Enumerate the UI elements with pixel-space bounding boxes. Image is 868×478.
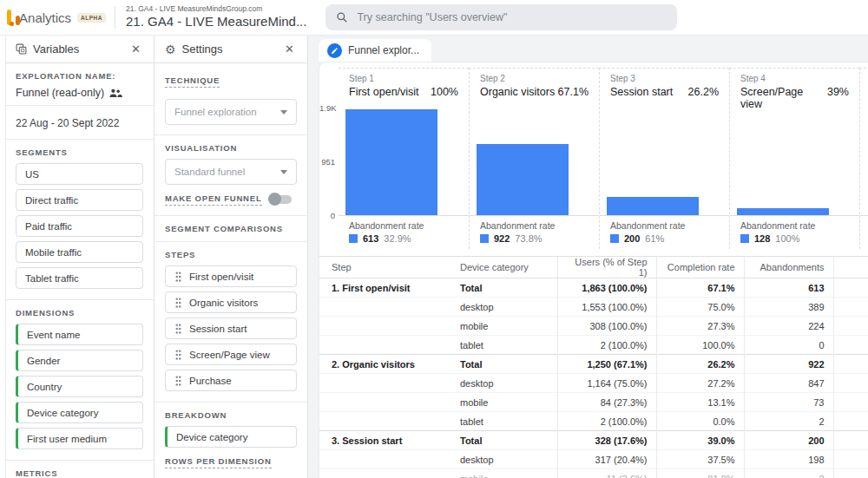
chip-label: Organic visitors bbox=[189, 298, 258, 308]
cell-device: Total bbox=[448, 278, 557, 298]
cell-step bbox=[319, 374, 448, 393]
funnel-bar[interactable] bbox=[607, 197, 699, 215]
table-row[interactable]: mobile 308 (100.0%) 27.3% 224 bbox=[319, 317, 868, 336]
segment-chip[interactable]: Direct traffic bbox=[16, 189, 143, 211]
search-placeholder: Try searching "Users overview" bbox=[357, 11, 507, 23]
dimension-chip[interactable]: Country bbox=[16, 376, 143, 397]
search-input[interactable]: Try searching "Users overview" bbox=[326, 4, 677, 30]
table-row[interactable]: tablet 2 (100.0%) 100.0% 0 bbox=[319, 336, 868, 355]
drag-handle-icon[interactable] bbox=[174, 375, 182, 387]
technique-select[interactable]: Funnel exploration bbox=[165, 99, 297, 125]
abandonment-legend: Abandonment rate 128 100% bbox=[730, 216, 859, 249]
breakdown-chip[interactable]: Device category bbox=[165, 426, 297, 448]
step-number: Step 3 bbox=[610, 74, 719, 83]
open-funnel-label: MAKE OPEN FUNNEL bbox=[165, 193, 262, 206]
funnel-plot bbox=[600, 107, 729, 216]
table-header-cell[interactable]: Users (% of Step 1) bbox=[557, 257, 656, 278]
date-range-picker[interactable]: 22 Aug - 20 Sept 2022 bbox=[16, 114, 143, 133]
table-header-cell[interactable]: Step bbox=[319, 257, 448, 278]
table-header-cell[interactable]: Completion rate bbox=[656, 257, 744, 278]
table-row[interactable]: mobile 84 (27.3%) 13.1% 73 bbox=[319, 393, 868, 412]
dimension-chip[interactable]: Device category bbox=[16, 402, 143, 423]
segment-chip[interactable]: Paid traffic bbox=[16, 215, 143, 237]
edit-pencil-icon bbox=[327, 43, 342, 58]
chip-label: Device category bbox=[27, 408, 98, 418]
technique-label: TECHNIQUE bbox=[165, 75, 220, 88]
cell-users: 317 (20.4%) bbox=[557, 450, 656, 469]
dimension-chip[interactable]: Event name bbox=[16, 324, 143, 345]
chip-label: First user medium bbox=[27, 434, 107, 444]
table-header-cell[interactable]: Device category bbox=[448, 257, 557, 278]
step-number: Step 4 bbox=[740, 74, 849, 83]
cell-step bbox=[319, 469, 448, 478]
segment-chip[interactable]: Mobile traffic bbox=[16, 241, 143, 263]
funnel-step-chip[interactable]: Session start bbox=[165, 318, 297, 339]
cell-device: Total bbox=[448, 355, 557, 374]
cell-empty bbox=[833, 374, 868, 393]
y-axis-tick: 951 bbox=[319, 157, 335, 167]
cell-completion: 67.1% bbox=[656, 278, 744, 298]
chip-label: Session start bbox=[189, 324, 247, 334]
cell-empty bbox=[833, 450, 868, 469]
abandonment-rate: 100% bbox=[775, 233, 799, 244]
funnel-step-chip[interactable]: First open/visit bbox=[165, 265, 297, 287]
drag-handle-icon[interactable] bbox=[174, 323, 182, 335]
variables-close-icon[interactable]: ✕ bbox=[128, 41, 143, 57]
tab-funnel-exploration[interactable]: Funnel explor... bbox=[319, 39, 431, 62]
table-row[interactable]: desktop 317 (20.4%) 37.5% 198 bbox=[319, 450, 868, 469]
cell-step bbox=[319, 317, 448, 336]
table-row[interactable]: 2. Organic visitors Total 1,250 (67.1%) … bbox=[319, 355, 868, 374]
cell-users: 2 (100.0%) bbox=[557, 412, 656, 431]
dimension-chip[interactable]: First user medium bbox=[16, 428, 143, 449]
dimensions-section: DIMENSIONS Event nameGenderCountryDevice… bbox=[5, 300, 154, 461]
funnel-bar[interactable] bbox=[737, 208, 829, 215]
chip-label: Event name bbox=[27, 330, 80, 340]
open-funnel-toggle[interactable] bbox=[269, 195, 292, 204]
cell-abandonments: 922 bbox=[744, 355, 833, 374]
funnel-step-chip[interactable]: Organic visitors bbox=[165, 291, 297, 313]
table-row[interactable]: mobile 11 (3.6%) 81.8% 2 bbox=[319, 469, 868, 478]
search-icon bbox=[336, 11, 348, 23]
cell-empty bbox=[833, 298, 868, 317]
cell-abandonments: 200 bbox=[744, 431, 833, 450]
visualisation-select[interactable]: Standard funnel bbox=[165, 159, 297, 185]
y-axis-tick: 0 bbox=[319, 211, 335, 220]
table-header-cell[interactable]: Abandonments bbox=[744, 257, 833, 278]
segment-chip[interactable]: US bbox=[16, 163, 143, 185]
drag-handle-icon[interactable] bbox=[174, 297, 182, 309]
step-percent: 26.2% bbox=[688, 86, 719, 98]
funnel-step-chip[interactable]: Purchase bbox=[165, 370, 297, 391]
dimension-chip[interactable]: Gender bbox=[16, 350, 143, 371]
cell-users: 308 (100.0%) bbox=[557, 317, 656, 336]
funnel-bar[interactable] bbox=[477, 144, 569, 215]
table-row[interactable]: desktop 1,164 (75.0%) 27.2% 847 bbox=[319, 374, 868, 393]
analytics-logo-icon bbox=[9, 8, 13, 27]
funnel-step-column: Step 5 Purchase bbox=[859, 68, 868, 249]
cell-empty bbox=[833, 355, 868, 374]
steps-section: STEPS First open/visit Organic visitors … bbox=[155, 242, 307, 403]
funnel-bar[interactable] bbox=[345, 109, 437, 215]
analytics-logo[interactable]: Analytics ALPHA bbox=[9, 8, 106, 27]
segment-comparisons-label: SEGMENT COMPARISONS bbox=[165, 224, 297, 233]
drag-handle-icon[interactable] bbox=[174, 271, 182, 283]
step-number: Step 2 bbox=[480, 74, 589, 83]
table-row[interactable]: 1. First open/visit Total 1,863 (100.0%)… bbox=[319, 278, 868, 298]
workspace: Variables ✕ EXPLORATION NAME: Funnel (re… bbox=[0, 35, 868, 478]
settings-close-icon[interactable]: ✕ bbox=[282, 41, 297, 57]
chip-label: Mobile traffic bbox=[25, 247, 82, 258]
property-selector[interactable]: 21. GA4 - LIVE MeasureMindsGroup.com 21.… bbox=[126, 5, 306, 29]
cell-completion: 27.2% bbox=[656, 374, 744, 393]
table-row[interactable]: desktop 1,553 (100.0%) 75.0% 389 bbox=[319, 298, 868, 317]
abandonment-count: 128 bbox=[754, 233, 770, 244]
table-row[interactable]: tablet 2 (100.0%) 0.0% 2 bbox=[319, 412, 868, 431]
funnel-chart: 1.9K9510 Step 1 First open/visit 100% Ab… bbox=[339, 68, 868, 249]
drag-handle-icon[interactable] bbox=[174, 349, 182, 361]
cell-abandonments: 2 bbox=[744, 469, 833, 478]
segment-chip[interactable]: Tablet traffic bbox=[16, 267, 143, 289]
variables-icon bbox=[16, 43, 27, 55]
cell-completion: 81.8% bbox=[656, 469, 744, 478]
exploration-name-value[interactable]: Funnel (read-only) bbox=[16, 87, 104, 99]
funnel-step-chip[interactable]: Screen/Page view bbox=[165, 344, 297, 365]
table-row[interactable]: 3. Session start Total 328 (17.6%) 39.0%… bbox=[319, 431, 868, 450]
cell-empty bbox=[833, 336, 868, 355]
